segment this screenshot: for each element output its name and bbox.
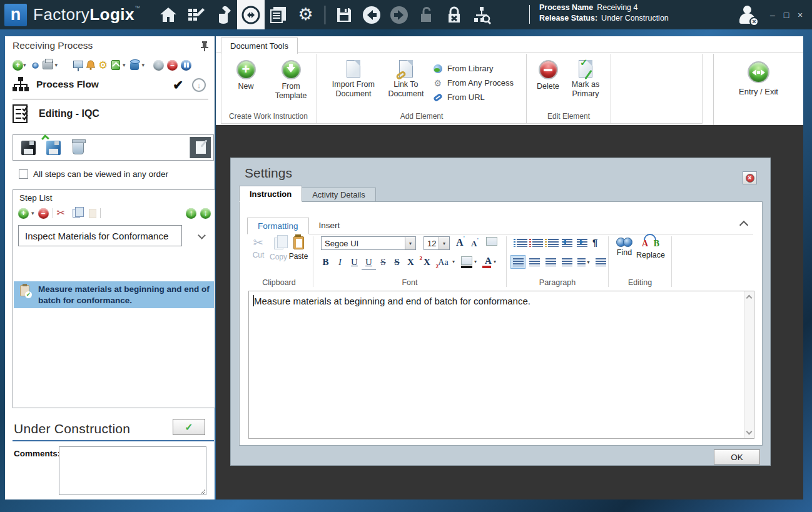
- scroll-up-icon[interactable]: [746, 295, 753, 301]
- home-button[interactable]: [155, 0, 182, 29]
- print-caret[interactable]: ▾: [55, 62, 58, 68]
- delete-doc-button[interactable]: [66, 137, 90, 158]
- pilcrow-button[interactable]: ¶: [592, 237, 597, 248]
- minimize-button[interactable]: –: [766, 7, 779, 23]
- import-doc-button[interactable]: [41, 137, 65, 158]
- search-button[interactable]: [30, 60, 41, 71]
- bold-button[interactable]: B: [318, 255, 333, 269]
- highlight-color-button[interactable]: [461, 256, 472, 265]
- save-doc-button[interactable]: [16, 137, 40, 158]
- present-button[interactable]: [73, 60, 83, 71]
- pin-button[interactable]: [201, 41, 208, 54]
- copy-step-button[interactable]: [73, 209, 80, 218]
- from-library-button[interactable]: From Library: [432, 61, 514, 76]
- from-url-button[interactable]: From URL: [432, 90, 514, 104]
- entry-exit-button[interactable]: Entry / Exit: [739, 61, 778, 96]
- tab-activity-details[interactable]: Activity Details: [302, 188, 376, 202]
- scroll-down-icon[interactable]: [746, 429, 753, 435]
- paste-button[interactable]: Paste: [289, 236, 308, 261]
- forward-button[interactable]: [385, 0, 413, 29]
- database-delete-button[interactable]: [129, 60, 140, 71]
- process-flow-row[interactable]: Process Flow: [13, 76, 99, 93]
- pause-button[interactable]: [181, 60, 191, 71]
- step-list-item-selected[interactable]: ✓ Measure materials at beginning and end…: [14, 281, 214, 308]
- close-button[interactable]: ×: [793, 7, 807, 23]
- superscript-button[interactable]: X2: [403, 255, 418, 269]
- print-button[interactable]: [43, 60, 53, 71]
- forms-button[interactable]: [182, 0, 210, 29]
- unlock-button[interactable]: [413, 0, 440, 29]
- decrease-indent-button[interactable]: [562, 239, 572, 247]
- change-case-button[interactable]: Aa: [436, 255, 450, 269]
- highlight-caret[interactable]: ▾: [474, 259, 477, 264]
- add-step-button[interactable]: +: [18, 208, 29, 219]
- stop-button[interactable]: –: [167, 60, 178, 71]
- double-underline-button[interactable]: U: [362, 255, 376, 269]
- grow-font-button[interactable]: A': [456, 237, 464, 248]
- collapse-ribbon-chevron[interactable]: [739, 221, 748, 229]
- increase-indent-button[interactable]: [577, 239, 587, 247]
- font-color-caret[interactable]: ▾: [494, 259, 496, 264]
- lock-close-button[interactable]: [440, 0, 468, 29]
- new-button[interactable]: + New: [223, 58, 268, 91]
- editing-iqc-row[interactable]: Editing - IQC: [13, 104, 99, 124]
- add-button[interactable]: +: [13, 60, 23, 71]
- justify-button[interactable]: [559, 255, 574, 269]
- mark-as-primary-button[interactable]: ✓ Mark as Primary: [565, 58, 606, 99]
- numbered-list-button[interactable]: [532, 239, 543, 247]
- replace-button[interactable]: A B Replace: [637, 236, 664, 259]
- save-button[interactable]: [330, 0, 358, 29]
- step-name-input[interactable]: Inspect Materials for Conformance: [18, 225, 182, 246]
- multilevel-list-button[interactable]: [548, 239, 559, 247]
- collapse-circle-button[interactable]: ↓: [192, 78, 206, 92]
- process-search-button[interactable]: [468, 0, 495, 29]
- font-size-combo[interactable]: 12 ▾: [424, 236, 450, 250]
- line-spacing-button[interactable]: ▾: [574, 255, 593, 269]
- step-dropdown-chevron[interactable]: [198, 231, 206, 239]
- align-right-button[interactable]: [543, 255, 558, 269]
- any-order-checkbox[interactable]: [19, 169, 28, 179]
- italic-button[interactable]: I: [333, 255, 347, 269]
- export-caret[interactable]: ▾: [123, 62, 126, 68]
- add-step-caret[interactable]: ▾: [31, 210, 34, 216]
- transfer-button-active[interactable]: [237, 0, 265, 29]
- align-left-button[interactable]: [510, 255, 525, 269]
- approve-release-button[interactable]: ✓: [173, 419, 205, 435]
- maximize-button[interactable]: □: [779, 7, 793, 23]
- subscript-button[interactable]: X2: [420, 255, 434, 269]
- text-direction-button[interactable]: [593, 255, 608, 269]
- import-from-document-button[interactable]: Import From Document: [325, 58, 382, 99]
- notify-button[interactable]: [85, 60, 96, 71]
- settings-button[interactable]: ⚙: [292, 0, 320, 29]
- editor-scrollbar[interactable]: [744, 291, 754, 438]
- database-caret[interactable]: ▾: [142, 62, 145, 68]
- add-caret[interactable]: ▾: [23, 62, 26, 68]
- from-template-button[interactable]: From Template: [268, 58, 313, 101]
- font-family-combo[interactable]: Segoe UI ▾: [321, 236, 416, 250]
- documents-button[interactable]: [265, 0, 292, 29]
- remove-step-button[interactable]: –: [38, 208, 49, 219]
- process-settings-button[interactable]: ⚙: [98, 60, 108, 71]
- receive-button[interactable]: [210, 0, 237, 29]
- dialog-close-button[interactable]: ×: [743, 171, 757, 184]
- export-button[interactable]: [110, 60, 121, 71]
- logout-user-button[interactable]: ×: [738, 5, 757, 25]
- link-to-document-button[interactable]: Link To Document: [382, 58, 430, 99]
- double-strikethrough-button[interactable]: S: [390, 255, 404, 269]
- clear-formatting-button[interactable]: [486, 237, 497, 246]
- tab-formatting[interactable]: Formatting: [247, 218, 309, 234]
- align-center-button[interactable]: [527, 255, 542, 269]
- find-button[interactable]: Find: [611, 236, 637, 257]
- tab-insert[interactable]: Insert: [309, 217, 350, 234]
- cut-step-button[interactable]: ✂: [57, 208, 65, 218]
- ok-button[interactable]: OK: [714, 449, 760, 464]
- shrink-font-button[interactable]: A': [471, 239, 477, 249]
- tab-document-tools[interactable]: Document Tools: [221, 38, 298, 54]
- move-step-down-button[interactable]: ↓: [200, 208, 211, 219]
- delete-element-button[interactable]: Delete: [531, 58, 565, 91]
- tab-instruction[interactable]: Instruction: [239, 186, 302, 202]
- back-button[interactable]: [358, 0, 385, 29]
- underline-button[interactable]: U: [347, 255, 362, 269]
- edit-mode-button-selected[interactable]: [190, 137, 211, 158]
- strikethrough-button[interactable]: S: [376, 255, 390, 269]
